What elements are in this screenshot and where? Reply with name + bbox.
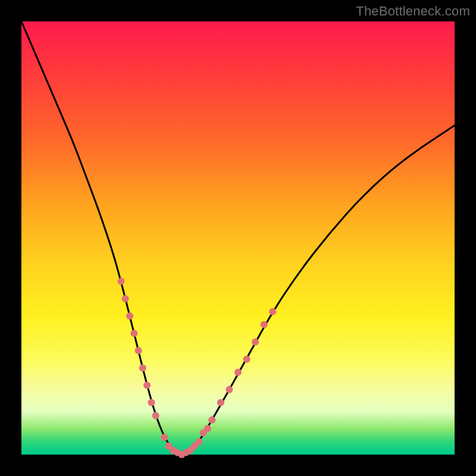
marker-dot [148, 399, 155, 406]
curve-svg [21, 21, 455, 455]
marker-dots [117, 278, 276, 458]
marker-dot [139, 364, 146, 371]
marker-dot [269, 308, 276, 315]
marker-dot [208, 416, 215, 424]
marker-dot [217, 399, 224, 406]
marker-dot [243, 356, 250, 363]
marker-dot [126, 312, 133, 320]
outer-frame: TheBottleneck.com [0, 0, 476, 476]
marker-dot [196, 438, 203, 445]
watermark-text: TheBottleneck.com [356, 4, 470, 19]
marker-dot [143, 382, 151, 389]
marker-dot [130, 330, 137, 337]
marker-dot [234, 369, 242, 376]
marker-dot [252, 339, 259, 346]
marker-dot [226, 386, 233, 393]
marker-dot [122, 295, 129, 302]
marker-dot [261, 321, 268, 328]
marker-dot [152, 412, 159, 419]
bottleneck-curve [21, 21, 455, 453]
marker-dot [204, 425, 211, 432]
marker-dot [117, 278, 124, 285]
plot-area [21, 21, 455, 455]
marker-dot [161, 434, 168, 441]
marker-dot [135, 347, 142, 354]
